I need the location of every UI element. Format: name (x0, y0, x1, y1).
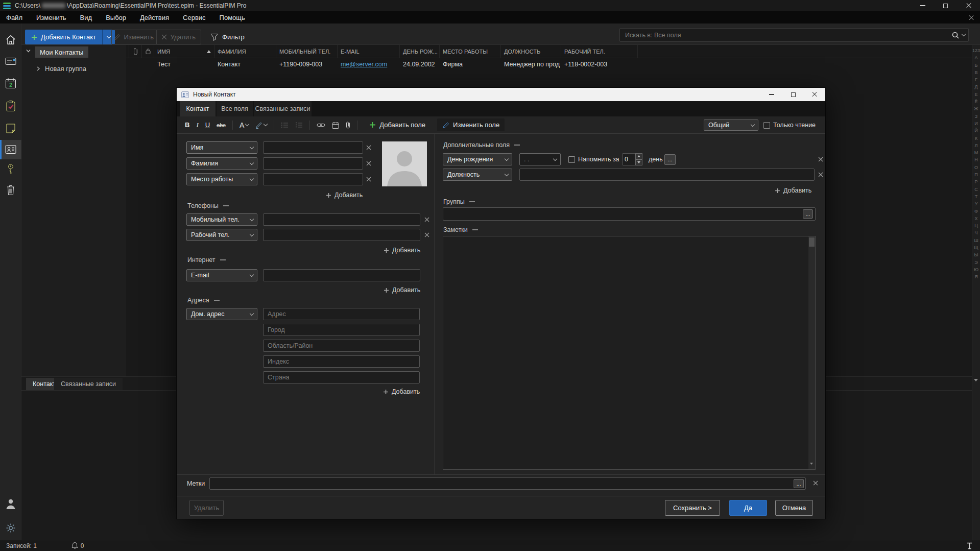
surname-type-select[interactable]: Фамилия (186, 157, 257, 170)
alphabet-letter[interactable]: Д (972, 83, 980, 90)
menu-item[interactable]: Помощь (220, 14, 252, 21)
close-pane-icon[interactable] (967, 14, 975, 22)
position-type-select[interactable]: Должность (443, 169, 512, 181)
notifications-button[interactable]: 0 (71, 542, 84, 549)
alphabet-letter[interactable]: Ж (972, 105, 980, 112)
alphabet-letter[interactable]: К (972, 135, 980, 142)
notes-scrollbar[interactable] (808, 236, 815, 469)
alphabet-letter[interactable]: Ы (972, 251, 980, 258)
user-account-button[interactable] (5, 498, 16, 510)
add-internet-link[interactable]: Добавить (384, 286, 420, 294)
collapse-toggle[interactable] (469, 201, 475, 202)
search-options-chevron-icon[interactable] (962, 32, 966, 36)
work-phone-input[interactable] (263, 229, 420, 241)
collapse-toggle[interactable] (223, 205, 229, 206)
dialog-tab-contact[interactable]: Контакт (180, 101, 216, 116)
alphabet-letter[interactable]: Ч (972, 229, 980, 236)
birthday-type-select[interactable]: День рождения (443, 153, 512, 165)
phone-type-select[interactable]: Рабочий тел. (186, 229, 257, 241)
nav-mail-button[interactable] (5, 57, 16, 66)
font-color-button[interactable]: A (240, 121, 249, 129)
dialog-save-button[interactable]: Сохранить > (665, 500, 720, 516)
column-header-name[interactable]: ИМЯ (154, 45, 214, 58)
alphabet-letter[interactable]: Б (972, 62, 980, 69)
alphabet-letter[interactable]: М (972, 149, 980, 156)
insert-link-button[interactable] (317, 122, 325, 128)
alphabet-letter[interactable]: В (972, 69, 980, 76)
read-only-checkbox[interactable]: Только чтение (763, 122, 816, 129)
workplace-type-select[interactable]: Место работы (186, 173, 257, 185)
alphabet-letter[interactable]: Н (972, 156, 980, 163)
clear-tags-icon[interactable] (813, 481, 818, 486)
name-type-select[interactable]: Имя (186, 141, 257, 154)
alphabet-letter[interactable]: О (972, 164, 980, 171)
groups-picker-button[interactable]: ... (803, 209, 813, 219)
alphabet-letter[interactable]: П (972, 171, 980, 178)
alphabet-letter[interactable]: З (972, 113, 980, 120)
tree-item-my-contacts[interactable]: Мои Контакты (35, 46, 88, 58)
add-address-link[interactable]: Добавить (383, 388, 420, 395)
settings-button[interactable] (6, 523, 16, 533)
column-header-email[interactable]: E-MAIL (337, 45, 399, 58)
text-cursor-tool-icon[interactable] (965, 542, 974, 550)
collapse-toggle[interactable] (472, 229, 478, 230)
column-header-workphone[interactable]: РАБОЧИЙ ТЕЛ. (561, 45, 637, 58)
remove-workphone-icon[interactable] (424, 232, 429, 237)
alphabet-letter[interactable]: А (972, 54, 980, 61)
dialog-tab-related[interactable]: Связанные записи (254, 101, 312, 116)
edit-field-button[interactable]: Изменить поле (437, 118, 505, 131)
phone-type-select[interactable]: Мобильный тел. (186, 213, 257, 226)
minimize-button[interactable] (911, 0, 934, 11)
alphabet-letter[interactable]: Ц (972, 222, 980, 229)
remove-position-icon[interactable] (818, 172, 823, 177)
zip-input[interactable] (263, 355, 420, 368)
edit-contact-button[interactable]: Изменить (112, 30, 156, 44)
dialog-close-button[interactable] (804, 88, 825, 101)
column-header-workplace[interactable]: МЕСТО РАБОТЫ (439, 45, 500, 58)
stepper-up-button[interactable] (635, 153, 642, 159)
add-phone-link[interactable]: Добавить (384, 247, 420, 254)
filter-button[interactable]: Фильтр (207, 30, 248, 44)
internet-type-select[interactable]: E-mail (186, 269, 257, 281)
alphabet-letter[interactable]: Ш (972, 237, 980, 244)
column-header-birthday[interactable]: ДЕНЬ РОЖ... (399, 45, 439, 58)
attach-file-button[interactable] (346, 121, 350, 129)
position-input[interactable] (519, 169, 815, 181)
remind-options-button[interactable]: ... (664, 154, 676, 165)
alphabet-letter[interactable]: С (972, 186, 980, 193)
nav-trash-button[interactable] (6, 184, 15, 196)
alphabet-letter[interactable]: Ю (972, 266, 980, 273)
tree-expand-icon[interactable] (26, 49, 31, 53)
collapse-toggle[interactable] (220, 259, 226, 260)
tree-item-new-group[interactable]: Новая группа (45, 65, 86, 73)
close-button[interactable] (957, 0, 980, 11)
category-select[interactable]: Общий (704, 119, 758, 131)
delete-contact-button[interactable]: Удалить (156, 30, 201, 44)
alphabet-letter[interactable]: Е (972, 91, 980, 98)
dialog-tab-all-fields[interactable]: Все поля (217, 101, 253, 116)
column-header-mobile[interactable]: МОБИЛЬНЫЙ ТЕЛ. (276, 45, 337, 58)
name-input[interactable] (263, 141, 363, 154)
dialog-maximize-button[interactable] (782, 88, 804, 101)
preview-tab-related[interactable]: Связанные записи (54, 378, 123, 390)
remove-birthday-icon[interactable] (818, 157, 823, 162)
remind-days-stepper[interactable] (622, 153, 636, 165)
collapse-toggle[interactable] (214, 300, 220, 301)
search-input[interactable] (620, 32, 952, 39)
contact-photo-placeholder[interactable] (382, 141, 427, 186)
mobile-phone-input[interactable] (263, 213, 420, 226)
insert-date-button[interactable] (332, 122, 339, 129)
alphabet-letter[interactable]: Р (972, 178, 980, 185)
email-link[interactable]: me@server.com (341, 61, 387, 68)
add-contact-button[interactable]: Добавить Контакт (25, 30, 102, 44)
nav-home-button[interactable] (5, 34, 16, 45)
alphabet-letter[interactable]: Й (972, 127, 980, 134)
column-header-lock[interactable] (141, 45, 154, 58)
alphabet-letter[interactable]: Ф (972, 208, 980, 215)
nav-passwords-button[interactable] (6, 163, 15, 175)
tags-picker-button[interactable]: ... (794, 479, 804, 488)
nav-contacts-button[interactable] (5, 145, 16, 154)
contact-row[interactable]: Тест Контакт +1190-009-003 me@server.com… (126, 58, 972, 70)
alphabet-letter[interactable]: Т (972, 193, 980, 200)
alphabet-letter[interactable]: 123 (972, 47, 980, 54)
